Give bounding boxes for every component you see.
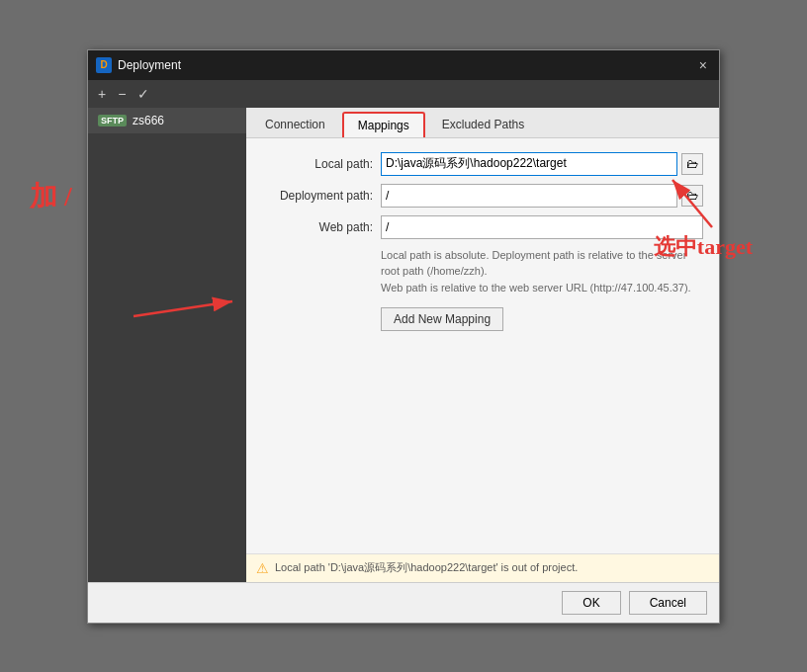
tab-connection[interactable]: Connection [250,112,340,137]
warning-text: Local path 'D:\java源码系列\hadoop222\target… [275,560,578,575]
tab-mappings[interactable]: Mappings [342,112,425,137]
deployment-path-label: Deployment path: [262,189,381,203]
add-new-mapping-button[interactable]: Add New Mapping [381,307,503,331]
tab-excluded-paths[interactable]: Excluded Paths [427,112,539,137]
main-content: SFTP zs666 Connection Mappings Excluded … [88,108,719,582]
cancel-button[interactable]: Cancel [629,591,707,615]
annotation-jia: 加 / [30,178,72,215]
local-path-input[interactable] [381,152,677,176]
hint-text: Local path is absolute. Deployment path … [381,247,703,296]
add-button[interactable]: + [94,84,110,104]
deployment-path-input[interactable] [381,184,677,208]
check-button[interactable]: ✓ [134,84,153,104]
close-button[interactable]: × [695,55,711,75]
ok-button[interactable]: OK [562,591,620,615]
web-path-input-wrap [381,215,703,239]
sidebar-item-label: zs666 [133,114,164,127]
local-path-label: Local path: [262,157,381,171]
hint-line1: Local path is absolute. Deployment path … [381,247,703,280]
warning-bar: ⚠ Local path 'D:\java源码系列\hadoop222\targ… [246,553,719,582]
tab-content-mappings: Local path: 🗁 Deployment path: 🗁 [246,138,719,553]
sftp-badge: SFTP [98,115,127,126]
web-path-label: Web path: [262,220,381,234]
right-panel: Connection Mappings Excluded Paths Local… [246,108,719,582]
deployment-dialog: D Deployment × + − ✓ SFTP zs666 Connecti… [87,49,720,624]
title-bar-left: D Deployment [96,57,181,73]
local-path-row: Local path: 🗁 [262,152,703,176]
app-icon: D [96,57,112,73]
sidebar: SFTP zs666 [88,108,246,582]
tabs: Connection Mappings Excluded Paths [246,108,719,138]
dialog-title: Deployment [118,58,181,72]
hint-line2: Web path is relative to the web server U… [381,280,703,296]
web-path-row: Web path: [262,215,703,239]
local-path-input-wrap: 🗁 [381,152,703,176]
local-path-browse-button[interactable]: 🗁 [681,153,703,175]
warning-icon: ⚠ [256,560,269,576]
web-path-input[interactable] [381,215,703,239]
dialog-footer: OK Cancel [88,582,719,623]
deployment-path-row: Deployment path: 🗁 [262,184,703,208]
toolbar: + − ✓ [88,80,719,108]
deployment-path-input-wrap: 🗁 [381,184,703,208]
remove-button[interactable]: − [114,84,130,104]
sidebar-item-zs666[interactable]: SFTP zs666 [88,108,246,133]
title-bar: D Deployment × [88,50,719,80]
deployment-path-browse-button[interactable]: 🗁 [681,185,703,207]
